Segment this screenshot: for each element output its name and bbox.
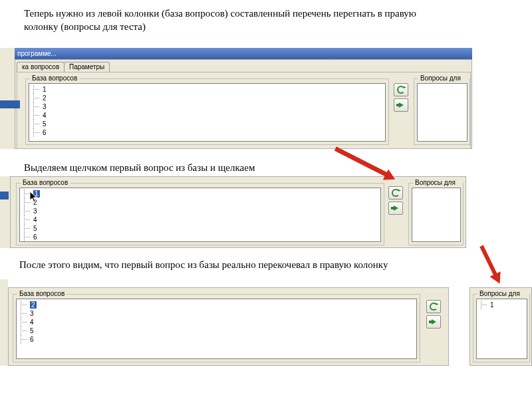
left-panel: База вопросов 2 3 4 5 6: [8, 287, 449, 366]
transfer-buttons: [394, 83, 410, 112]
refresh-button[interactable]: [394, 83, 408, 96]
groupbox-question-base: База вопросов 1 2 3 4 5 6: [25, 78, 389, 145]
refresh-icon: [430, 303, 438, 311]
groupbox-question-base: База вопросов 2 3 4 5 6: [13, 294, 420, 362]
list-item[interactable]: 2: [21, 301, 37, 309]
screenshot-2: База вопросов 1 2 3 4 5 6 Вопросы для те…: [0, 176, 512, 248]
groupbox-question-base: База вопросов 1 2 3 4 5 6: [16, 183, 384, 245]
move-right-button[interactable]: [426, 315, 441, 329]
window-titlebar: программе...: [15, 48, 472, 59]
list-item[interactable]: 4: [21, 318, 37, 327]
test-questions-tree: 1: [481, 301, 494, 309]
arrow-right-icon: [432, 319, 436, 325]
test-questions-list[interactable]: [412, 188, 461, 242]
cursor-icon: [29, 191, 39, 203]
list-item[interactable]: 4: [33, 111, 47, 120]
list-item[interactable]: 3: [33, 102, 47, 111]
refresh-button[interactable]: [388, 186, 403, 200]
list-item[interactable]: 2: [33, 94, 47, 102]
question-base-list[interactable]: 2 3 4 5 6: [16, 299, 417, 359]
list-item[interactable]: 1: [33, 85, 47, 94]
window-frame-left: [0, 279, 8, 366]
transfer-buttons: [426, 300, 442, 329]
list-item[interactable]: 1: [481, 301, 494, 309]
selection-strip: [0, 192, 9, 200]
tab-questions-edit[interactable]: ка вопросов: [17, 62, 65, 72]
question-base-tree: 1 2 3 4 5 6: [33, 85, 47, 137]
list-item[interactable]: 3: [21, 309, 37, 318]
arrow-right-icon: [394, 205, 398, 211]
list-item[interactable]: 5: [21, 327, 37, 335]
instruction-text-2: Выделяем щелчком первый вопрос из базы и…: [24, 161, 489, 174]
move-right-button[interactable]: [388, 201, 403, 215]
groupbox-question-base-legend: База вопросов: [17, 290, 66, 297]
list-item[interactable]: 5: [33, 120, 47, 128]
groupbox-question-base-legend: База вопросов: [30, 74, 79, 82]
refresh-icon: [397, 86, 405, 94]
move-right-button[interactable]: [394, 98, 408, 112]
question-base-list[interactable]: 1 2 3 4 5 6: [29, 83, 386, 142]
list-item[interactable]: 4: [24, 215, 40, 224]
list-item[interactable]: 6: [24, 233, 40, 241]
test-questions-list[interactable]: 1: [476, 299, 527, 359]
list-item[interactable]: 3: [24, 207, 40, 215]
groupbox-test-questions: Вопросы для тес 1: [473, 294, 530, 362]
tab-page: База вопросов 1 2 3 4 5 6 Вопросы для те…: [17, 72, 471, 149]
window-frame-left: [0, 176, 10, 248]
instruction-text-3: После этого видим, что первый вопрос из …: [19, 258, 511, 271]
selection-strip: [0, 100, 20, 108]
screenshot-3: База вопросов 2 3 4 5 6 Вопросы для тес …: [0, 279, 532, 366]
arrow-right-icon: [399, 102, 404, 108]
groupbox-test-questions: Вопросы для теста: [414, 78, 470, 145]
groupbox-test-questions: Вопросы для теста: [408, 183, 464, 245]
groupbox-question-base-legend: База вопросов: [21, 179, 70, 186]
transfer-buttons: [388, 186, 404, 215]
right-panel: Вопросы для тес 1: [469, 287, 532, 366]
test-questions-list[interactable]: [417, 83, 467, 142]
tab-parameters[interactable]: Параметры: [64, 62, 110, 72]
window-frame-left: [0, 48, 15, 149]
question-base-list[interactable]: 1 2 3 4 5 6: [19, 188, 381, 242]
refresh-button[interactable]: [426, 300, 441, 313]
list-item[interactable]: 6: [21, 335, 37, 344]
list-item[interactable]: 6: [33, 128, 47, 137]
refresh-icon: [392, 189, 400, 197]
screenshot-1: программе... ка вопросов Параметры База …: [0, 48, 532, 149]
question-base-tree: 2 3 4 5 6: [21, 301, 37, 344]
instruction-text-1: Теперь нужно из левой колонки (база вопр…: [24, 7, 450, 34]
list-item[interactable]: 5: [24, 224, 40, 233]
